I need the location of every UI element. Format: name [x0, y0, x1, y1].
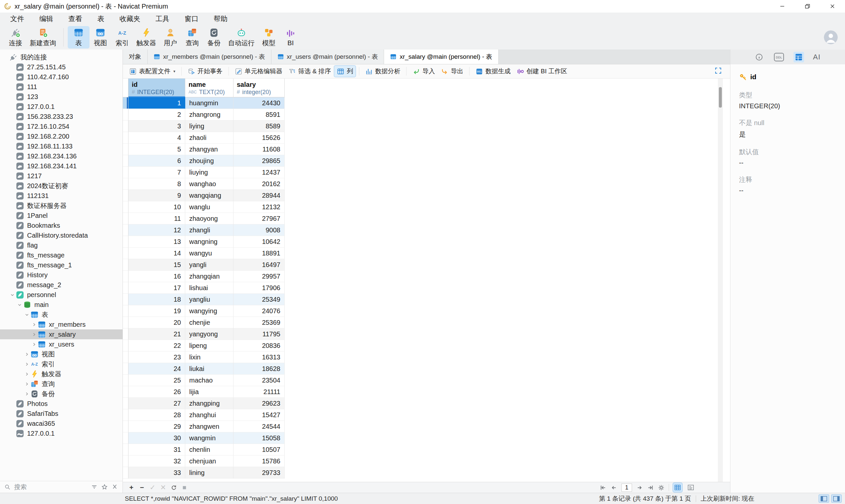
- cell-name[interactable]: zhaoli: [185, 132, 233, 144]
- vertical-scrollbar[interactable]: [718, 78, 723, 482]
- cell-salary[interactable]: 11795: [233, 328, 285, 340]
- toggle-left-pane-button[interactable]: [818, 494, 829, 503]
- cell-name[interactable]: zhanghui: [185, 409, 233, 421]
- sidebar-item-123[interactable]: 123: [0, 92, 123, 102]
- prev-page-icon[interactable]: [611, 484, 617, 491]
- menu-item-favorites[interactable]: 收藏夹: [112, 13, 148, 25]
- chevron-down-icon[interactable]: [23, 312, 30, 318]
- cell-name[interactable]: yangyong: [185, 328, 233, 340]
- chevron-right-icon[interactable]: [23, 352, 30, 357]
- cell-salary[interactable]: 29733: [233, 467, 285, 479]
- sidebar-item-127-0-0-1[interactable]: 127.0.0.1: [0, 102, 123, 111]
- row-selector[interactable]: [123, 201, 128, 213]
- search-input[interactable]: [14, 483, 88, 491]
- chevron-right-icon[interactable]: [30, 322, 38, 327]
- cell-salary[interactable]: 11608: [233, 144, 285, 155]
- sidebar-item-112131[interactable]: 112131: [0, 191, 123, 201]
- cell-salary[interactable]: 25349: [233, 294, 285, 305]
- page-settings-gear-icon[interactable]: [658, 484, 665, 491]
- columns-tab-button[interactable]: [793, 52, 804, 62]
- row-selector[interactable]: [123, 190, 128, 201]
- cell-id[interactable]: 2: [128, 109, 185, 121]
- next-page-icon[interactable]: [636, 484, 643, 491]
- cell-id[interactable]: 3: [128, 121, 185, 132]
- sidebar-item-1217[interactable]: 1217: [0, 171, 123, 181]
- row-selector[interactable]: [123, 352, 128, 363]
- cell-salary[interactable]: 24430: [233, 97, 285, 109]
- row-selector[interactable]: [123, 282, 128, 294]
- cell-name[interactable]: wangyu: [185, 248, 233, 259]
- sidebar-item-flag[interactable]: flag: [0, 240, 123, 250]
- sidebar-root-my-connections[interactable]: 我的连接: [0, 52, 123, 62]
- stop-button[interactable]: [179, 485, 190, 491]
- cell-id[interactable]: 1: [128, 97, 185, 109]
- sidebar-item-message-2[interactable]: message_2: [0, 280, 123, 290]
- discard-changes-button[interactable]: ✕: [158, 484, 169, 491]
- sidebar-item-views[interactable]: 视图: [0, 349, 123, 359]
- delete-record-button[interactable]: −: [137, 484, 147, 491]
- cell-salary[interactable]: 15786: [233, 455, 285, 467]
- menu-item-edit[interactable]: 编辑: [32, 13, 61, 25]
- row-selector-header[interactable]: [123, 78, 128, 97]
- cell-salary[interactable]: 25369: [233, 317, 285, 328]
- cell-name[interactable]: wangqiang: [185, 190, 233, 201]
- row-selector[interactable]: [123, 155, 128, 167]
- cell-name[interactable]: zhaoyong: [185, 213, 233, 224]
- sidebar-item-triggers[interactable]: 触发器: [0, 369, 123, 379]
- cell-name[interactable]: zhangli: [185, 224, 233, 236]
- avatar[interactable]: [824, 30, 838, 44]
- cell-id[interactable]: 14: [128, 248, 185, 259]
- cell-name[interactable]: wangying: [185, 305, 233, 317]
- column-header-name[interactable]: nameABCTEXT(20): [185, 78, 233, 97]
- row-selector[interactable]: [123, 271, 128, 282]
- tab-objects[interactable]: 对象: [123, 50, 147, 64]
- cell-name[interactable]: wangmin: [185, 432, 233, 444]
- table-toolbar-data-analysis[interactable]: 数据分析: [362, 65, 403, 77]
- cell-id[interactable]: 20: [128, 317, 185, 328]
- info-tab-button[interactable]: [754, 52, 764, 62]
- refresh-button[interactable]: [169, 485, 179, 491]
- page-number[interactable]: 1: [621, 484, 632, 492]
- toolbar-button-connection[interactable]: 连接: [5, 26, 27, 49]
- sidebar-item-main[interactable]: main: [0, 300, 123, 310]
- table-toolbar-begin-transaction[interactable]: 开始事务: [184, 65, 226, 77]
- cell-salary[interactable]: 29957: [233, 271, 285, 282]
- sidebar-item-bookmarks[interactable]: Bookmarks: [0, 220, 123, 230]
- filter-icon[interactable]: [90, 483, 98, 491]
- cell-name[interactable]: zhangrong: [185, 109, 233, 121]
- chevron-down-icon[interactable]: [16, 302, 23, 308]
- favorites-star-icon[interactable]: [101, 483, 108, 491]
- cell-name[interactable]: zhangyan: [185, 144, 233, 155]
- add-record-button[interactable]: +: [126, 484, 137, 491]
- row-selector[interactable]: [123, 305, 128, 317]
- cell-id[interactable]: 11: [128, 213, 185, 224]
- menu-item-table[interactable]: 表: [90, 13, 112, 25]
- row-selector[interactable]: [123, 444, 128, 455]
- menu-item-tools[interactable]: 工具: [148, 13, 177, 25]
- first-page-icon[interactable]: [600, 484, 606, 491]
- cell-name[interactable]: lishuai: [185, 282, 233, 294]
- cell-name[interactable]: lixin: [185, 352, 233, 363]
- row-selector[interactable]: [123, 421, 128, 432]
- cell-salary[interactable]: 29623: [233, 398, 285, 409]
- row-selector[interactable]: [123, 328, 128, 340]
- sidebar-item-192-168-2-200[interactable]: 192.168.2.200: [0, 131, 123, 141]
- menu-item-help[interactable]: 帮助: [206, 13, 235, 25]
- ai-tab-button[interactable]: AI: [812, 52, 822, 62]
- menu-item-window[interactable]: 窗口: [177, 13, 206, 25]
- toolbar-button-query[interactable]: 查询: [181, 26, 203, 49]
- row-selector[interactable]: [123, 132, 128, 144]
- row-selector[interactable]: [123, 467, 128, 479]
- row-selector[interactable]: [123, 294, 128, 305]
- row-selector[interactable]: [123, 178, 128, 190]
- sidebar-item-111[interactable]: 111: [0, 82, 123, 92]
- cell-name[interactable]: yangli: [185, 259, 233, 271]
- cell-name[interactable]: lining: [185, 467, 233, 479]
- chevron-right-icon[interactable]: [23, 391, 30, 397]
- cell-id[interactable]: 19: [128, 305, 185, 317]
- sidebar-item-personnel[interactable]: personnel: [0, 290, 123, 300]
- cell-id[interactable]: 28: [128, 409, 185, 421]
- cell-salary[interactable]: 20836: [233, 340, 285, 352]
- cell-id[interactable]: 18: [128, 294, 185, 305]
- cell-salary[interactable]: 17906: [233, 282, 285, 294]
